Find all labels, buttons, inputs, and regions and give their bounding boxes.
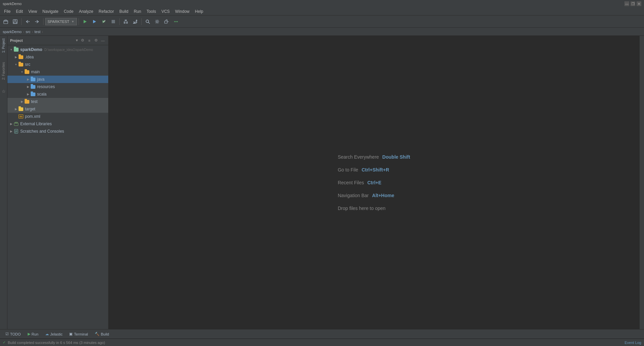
recent-files-row: Recent Files Ctrl+E (338, 180, 381, 185)
breadcrumb-item-1[interactable]: src (26, 30, 31, 34)
tree-arrow-java: ▶ (26, 78, 30, 81)
breadcrumb-item-0[interactable]: sparkDemo (3, 30, 22, 34)
goto-file-shortcut[interactable]: Ctrl+Shift+R (361, 167, 389, 172)
sidebar-dropdown-arrow[interactable]: ▼ (75, 38, 79, 42)
run-button[interactable] (81, 17, 89, 26)
tree-item-java[interactable]: ▶ java (7, 76, 108, 83)
goto-file-row: Go to File Ctrl+Shift+R (338, 167, 389, 172)
run-panel-label: Run (32, 332, 38, 336)
search-button[interactable] (143, 17, 152, 26)
jelastic-panel-button[interactable]: ☁ Jelastic (42, 331, 65, 337)
breadcrumb-sep-3: › (42, 30, 43, 34)
back-button[interactable] (23, 17, 32, 26)
menu-vcs[interactable]: VCS (159, 8, 173, 15)
tree-label-resources: resources (37, 84, 55, 89)
menu-file[interactable]: File (1, 8, 13, 15)
tree-item-idea[interactable]: ▶ .idea (7, 53, 108, 61)
tree-arrow-test: ▶ (20, 100, 24, 103)
tree-label-sparkdemo: sparkDemo (20, 47, 42, 52)
menu-window[interactable]: Window (172, 8, 192, 15)
recent-files-shortcut[interactable]: Ctrl+E (368, 180, 382, 185)
breadcrumb-bar: sparkDemo › src › test › (0, 28, 644, 36)
event-log-button[interactable]: Event Log (624, 341, 641, 345)
svg-rect-3 (14, 22, 17, 23)
main-area: 1: Project 2: Favorites ☆ Project ▼ ⚙ ≡ … (0, 36, 644, 329)
sidebar-collapse-icon[interactable]: — (100, 38, 106, 43)
menu-build[interactable]: Build (117, 8, 131, 15)
tree-label-main: main (31, 70, 40, 74)
jelastic-label: Jelastic (50, 332, 63, 336)
svg-point-20 (177, 21, 178, 22)
sync-button[interactable] (131, 17, 140, 26)
menu-refactor[interactable]: Refactor (96, 8, 117, 15)
navigation-bar-row: Navigation Bar Alt+Home (338, 193, 394, 198)
search-everywhere-shortcut[interactable]: Double Shift (382, 154, 410, 160)
settings-button[interactable] (153, 17, 162, 26)
favorites-star[interactable]: ☆ (1, 88, 6, 95)
tree-label-extlibs: External Libraries (20, 122, 52, 126)
sidebar-options-icon[interactable]: ⚙ (93, 38, 99, 43)
status-bar: ✓ Build completed successfully in 6 s 56… (0, 339, 644, 346)
svg-rect-7 (112, 20, 115, 23)
breadcrumb-item-2[interactable]: test (34, 30, 40, 34)
run-with-coverage-button[interactable] (99, 17, 108, 26)
run-panel-button[interactable]: ▶ Run (25, 331, 41, 337)
tree-item-src[interactable]: ▾ src (7, 61, 108, 68)
build-icon: 🔨 (95, 332, 99, 336)
sidebar-scroll-icon[interactable]: ≡ (87, 38, 92, 43)
window-controls: — ❐ ✕ (624, 1, 641, 6)
tree-item-target[interactable]: ▶ target (7, 105, 108, 113)
sidebar-settings-icon[interactable]: ⚙ (80, 38, 85, 43)
more-button[interactable] (172, 17, 180, 26)
tree-arrow-main: ▾ (20, 70, 24, 74)
search-everywhere-row: Search Everywhere Double Shift (338, 154, 410, 160)
build-panel-button[interactable]: 🔨 Build (92, 331, 112, 337)
left-panel-tabs: 1: Project 2: Favorites ☆ (0, 36, 7, 329)
tree-item-pom[interactable]: m pom.xml (7, 113, 108, 120)
tree-item-sparkdemo[interactable]: ▾ sparkDemo D:\workspace_idea1\sparkDemo (7, 46, 108, 53)
tree-item-main[interactable]: ▾ main (7, 68, 108, 76)
stop-button[interactable] (109, 17, 118, 26)
svg-marker-4 (84, 20, 87, 23)
menu-view[interactable]: View (26, 8, 40, 15)
minimize-button[interactable]: — (624, 1, 629, 6)
debug-button[interactable] (90, 17, 99, 26)
tree-arrow-scala: ▶ (26, 92, 30, 96)
tree-item-resources[interactable]: ▶ resources (7, 83, 108, 90)
menu-tools[interactable]: Tools (144, 8, 159, 15)
menu-edit[interactable]: Edit (13, 8, 26, 15)
save-button[interactable] (11, 17, 20, 26)
build-button[interactable] (121, 17, 130, 26)
scratches-icon (13, 129, 19, 134)
navigation-bar-shortcut[interactable]: Alt+Home (372, 193, 394, 198)
tree-arrow-target: ▶ (13, 107, 18, 111)
jelastic-icon: ☁ (45, 332, 49, 336)
menu-analyze[interactable]: Analyze (76, 8, 96, 15)
todo-panel-button[interactable]: ☑ TODO (3, 331, 24, 337)
svg-rect-2 (14, 20, 16, 21)
tree-item-extlibs[interactable]: ▶ External Libraries (7, 120, 108, 128)
terminal-panel-button[interactable]: ▣ Terminal (66, 331, 91, 337)
menu-navigate[interactable]: Navigate (40, 8, 61, 15)
tree-item-scala[interactable]: ▶ scala (7, 90, 108, 98)
open-file-button[interactable] (1, 17, 10, 26)
svg-rect-16 (165, 21, 167, 23)
breadcrumb-sep-1: › (23, 30, 24, 34)
menu-run[interactable]: Run (131, 8, 144, 15)
tree-label-java: java (37, 77, 45, 82)
menu-help[interactable]: Help (192, 8, 206, 15)
forward-button[interactable] (33, 17, 41, 26)
vertical-tab-favorites[interactable]: 2: Favorites (1, 61, 6, 81)
tree-arrow-src: ▾ (13, 63, 18, 66)
tree-item-test[interactable]: ▶ test (7, 98, 108, 105)
menu-code[interactable]: Code (61, 8, 76, 15)
tree-label-scratches: Scratches and Consoles (20, 129, 64, 134)
plugins-button[interactable] (162, 17, 171, 26)
scala-folder-icon (30, 91, 36, 97)
vertical-tab-structure[interactable]: 1: Project (1, 37, 6, 54)
sidebar-header-icons: ⚙ ≡ ⚙ — (80, 38, 106, 43)
close-button[interactable]: ✕ (637, 1, 641, 6)
tree-item-scratches[interactable]: ▶ Scratches and Consoles (7, 128, 108, 135)
maximize-button[interactable]: ❐ (631, 1, 635, 6)
run-config-dropdown[interactable]: SPARKTEST ▼ (45, 18, 77, 25)
